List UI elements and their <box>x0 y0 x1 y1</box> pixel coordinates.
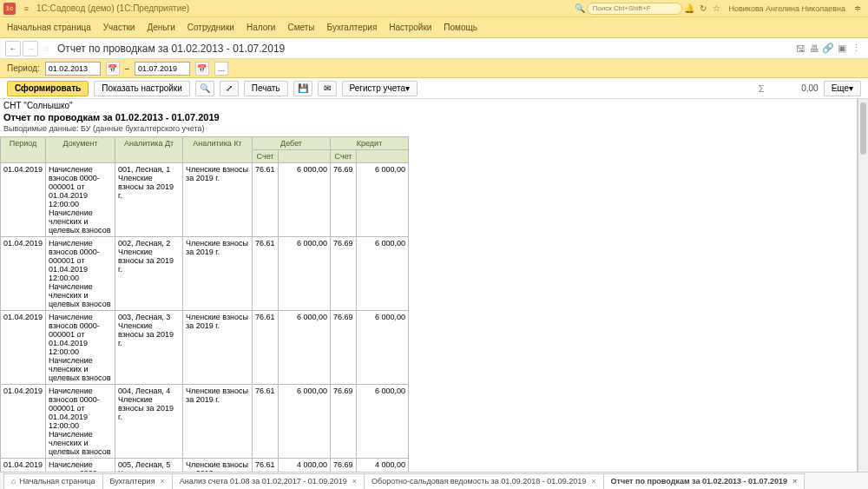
main-menu-icon[interactable]: ≡ <box>19 4 33 13</box>
sum-value: 0,00 <box>770 83 819 93</box>
col-document: Документ <box>46 137 115 163</box>
tab-label: Отчет по проводкам за 01.02.2013 - 01.07… <box>611 477 787 486</box>
expand-button[interactable]: ⤢ <box>220 81 239 96</box>
table-row[interactable]: 01.04.2019Начисление взносов 0000-000001… <box>1 459 409 472</box>
cell-sum-kt: 6 000,00 <box>357 311 409 385</box>
report-area[interactable]: СНТ "Солнышко" Отчет по проводкам за 01.… <box>0 99 858 472</box>
panel-settings-icon[interactable]: ≑ <box>851 3 865 13</box>
cell-sum-kt: 6 000,00 <box>357 385 409 459</box>
vertical-scrollbar[interactable] <box>858 99 868 472</box>
find-button[interactable]: 🔍 <box>195 81 214 96</box>
period-from-input[interactable] <box>45 62 101 76</box>
cell-period: 01.04.2019 <box>1 311 46 385</box>
titlebar: 1c ≡ 1С:Садовод (демо) (1С:Предприятие) … <box>0 0 868 17</box>
main-menu: Начальная страницаУчасткиДеньгиСотрудник… <box>0 17 868 38</box>
cell-sum-dt: 6 000,00 <box>279 385 331 459</box>
bottom-tab[interactable]: Анализ счета 01.08 за 01.02.2017 - 01.09… <box>172 473 365 489</box>
main-menu-item[interactable]: Сметы <box>287 23 314 32</box>
form-report-button[interactable]: Сформировать <box>7 81 89 96</box>
table-row[interactable]: 01.04.2019Начисление взносов 0000-000001… <box>1 237 409 311</box>
cell-period: 01.04.2019 <box>1 237 46 311</box>
cell-sum-kt: 6 000,00 <box>357 163 409 237</box>
cell-sum-dt: 6 000,00 <box>279 237 331 311</box>
history-icon[interactable]: ↻ <box>696 3 710 13</box>
bottom-tab[interactable]: Начальная страница <box>3 473 103 489</box>
cell-document: Начисление взносов 0000-000001 от 01.04.… <box>46 163 115 237</box>
main-menu-item[interactable]: Сотрудники <box>187 23 234 32</box>
favorite-icon[interactable]: ☆ <box>43 44 50 53</box>
bottom-tab[interactable]: Отчет по проводкам за 01.02.2013 - 01.07… <box>603 473 806 489</box>
email-button[interactable]: ✉ <box>318 81 337 96</box>
search-icon[interactable]: 🔍 <box>573 3 587 13</box>
calendar-from-icon[interactable]: 📅 <box>106 62 120 76</box>
cell-acc-kt: 76.69 <box>331 385 357 459</box>
table-row[interactable]: 01.04.2019Начисление взносов 0000-000001… <box>1 311 409 385</box>
user-name-label[interactable]: Новикова Ангелина Николаевна <box>729 4 845 13</box>
cell-analytics-kt: Членские взносы за 2019 г. <box>183 385 253 459</box>
more-button[interactable]: Еще ▾ <box>824 81 861 96</box>
cell-analytics-kt: Членские взносы за 2019 г. <box>183 311 253 385</box>
print-icon[interactable]: 🖶 <box>807 43 821 54</box>
bottom-tab[interactable]: Оборотно-сальдовая ведомость за 01.09.20… <box>364 473 604 489</box>
report-title: Отчет по проводкам за 01.02.2013 - 01.07… <box>0 112 857 124</box>
registers-button[interactable]: Регистр учета ▾ <box>342 81 418 96</box>
cell-document: Начисление взносов 0000-000001 от 01.04.… <box>46 237 115 311</box>
period-label: Период: <box>7 63 40 73</box>
main-menu-item[interactable]: Начальная страница <box>7 23 91 32</box>
cell-acc-kt: 76.69 <box>331 459 357 472</box>
main-menu-item[interactable]: Настройки <box>389 23 431 32</box>
global-search-input[interactable]: Поиск Ctrl+Shift+F <box>587 3 682 15</box>
close-icon[interactable]: × <box>352 477 357 486</box>
col-analytics-dt: Аналитика Дт <box>115 137 183 163</box>
action-bar: Сформировать Показать настройки 🔍 ⤢ Печа… <box>0 78 868 99</box>
main-menu-item[interactable]: Деньги <box>147 23 174 32</box>
link-icon[interactable]: 🔗 <box>821 43 835 54</box>
cell-analytics-kt: Членские взносы за 2019 г. <box>183 163 253 237</box>
save-button[interactable]: 💾 <box>293 81 312 96</box>
calendar-to-icon[interactable]: 📅 <box>195 62 209 76</box>
cell-acc-kt: 76.69 <box>331 237 357 311</box>
report-table: Период Документ Аналитика Дт Аналитика К… <box>0 136 409 472</box>
cell-sum-dt: 4 000,00 <box>279 459 331 472</box>
close-icon[interactable]: × <box>792 477 797 486</box>
star-icon[interactable]: ☆ <box>710 3 724 13</box>
close-icon[interactable]: × <box>161 477 165 486</box>
page-header: ← → ☆ Отчет по проводкам за 01.02.2013 -… <box>0 38 868 59</box>
cell-period: 01.04.2019 <box>1 385 46 459</box>
options-icon[interactable]: ⋮ <box>849 43 863 54</box>
close-icon[interactable]: × <box>591 477 595 486</box>
main-menu-item[interactable]: Налоги <box>247 23 276 32</box>
bottom-tabs: Начальная страницаБухгалтерия×Анализ сче… <box>0 472 868 489</box>
nav-forward-button[interactable]: → <box>23 41 38 56</box>
cell-analytics-dt: 005, Лесная, 5 Членские взносы за 2019 г… <box>115 459 183 472</box>
cell-acc-dt: 76.61 <box>253 459 279 472</box>
cell-acc-dt: 76.61 <box>253 163 279 237</box>
cell-acc-dt: 76.61 <box>253 237 279 311</box>
period-bar: Период: 📅 – 📅 … <box>0 59 868 78</box>
sigma-icon: Σ <box>759 83 765 94</box>
tab-label: Начальная страница <box>19 477 95 486</box>
cell-sum-dt: 6 000,00 <box>279 311 331 385</box>
cell-acc-dt: 76.61 <box>253 311 279 385</box>
scrollbar-thumb[interactable] <box>860 102 866 155</box>
save-icon[interactable]: 🖫 <box>793 43 807 54</box>
col-debit: Дебет <box>253 137 331 150</box>
table-row[interactable]: 01.04.2019Начисление взносов 0000-000001… <box>1 163 409 237</box>
cell-analytics-dt: 004, Лесная, 4 Членские взносы за 2019 г… <box>115 385 183 459</box>
bottom-tab[interactable]: Бухгалтерия× <box>102 473 173 489</box>
nav-back-button[interactable]: ← <box>5 41 21 56</box>
main-menu-item[interactable]: Участки <box>103 23 135 32</box>
open-new-window-icon[interactable]: ▣ <box>835 43 849 54</box>
report-org: СНТ "Солнышко" <box>0 99 857 112</box>
show-settings-button[interactable]: Показать настройки <box>94 81 190 96</box>
table-row[interactable]: 01.04.2019Начисление взносов 0000-000001… <box>1 385 409 459</box>
main-menu-item[interactable]: Бухгалтерия <box>327 23 378 32</box>
cell-sum-kt: 6 000,00 <box>357 237 409 311</box>
report-subtitle: Выводимые данные: БУ (данные бухгалтерск… <box>0 124 857 136</box>
period-more-icon[interactable]: … <box>214 62 228 76</box>
bell-icon[interactable]: 🔔 <box>682 3 696 13</box>
cell-period: 01.04.2019 <box>1 459 46 472</box>
print-button[interactable]: Печать <box>244 81 288 96</box>
period-to-input[interactable] <box>135 62 190 76</box>
main-menu-item[interactable]: Помощь <box>444 23 477 32</box>
